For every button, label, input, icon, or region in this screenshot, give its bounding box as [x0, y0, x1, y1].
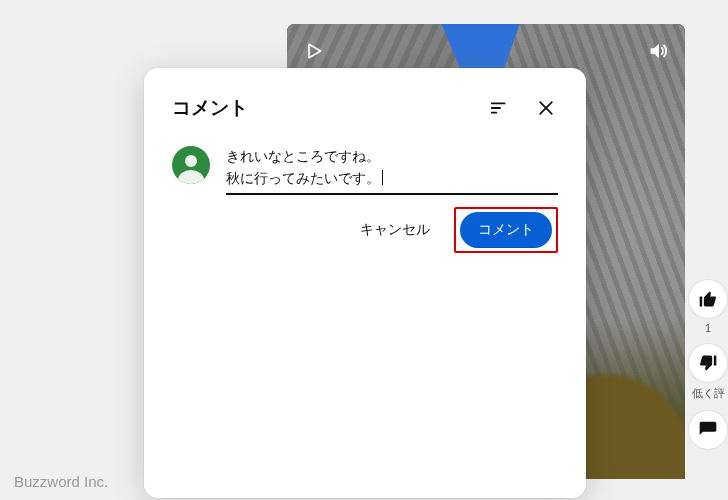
- dislike-label: 低く評: [692, 386, 725, 401]
- close-icon[interactable]: [534, 96, 558, 120]
- comment-text: きれいなところですね。 秋に行ってみたいです。: [226, 148, 380, 186]
- like-button[interactable]: [689, 280, 727, 318]
- text-caret: [382, 170, 383, 185]
- comment-modal: コメント きれいなところですね。 秋に行ってみたいです。 キャンセル コメント: [144, 68, 586, 498]
- watermark: Buzzword Inc.: [14, 473, 108, 490]
- avatar: [172, 146, 210, 184]
- volume-icon[interactable]: [643, 36, 673, 66]
- comments-rail-button[interactable]: [689, 411, 727, 449]
- like-count: 1: [705, 322, 711, 334]
- comment-input[interactable]: きれいなところですね。 秋に行ってみたいです。: [226, 146, 558, 195]
- submit-highlight: コメント: [454, 207, 558, 253]
- play-icon[interactable]: [299, 36, 329, 66]
- dislike-button[interactable]: [689, 344, 727, 382]
- submit-comment-button[interactable]: コメント: [460, 212, 552, 248]
- cancel-button[interactable]: キャンセル: [350, 213, 440, 247]
- sort-icon[interactable]: [488, 96, 512, 120]
- modal-title: コメント: [172, 95, 248, 121]
- action-rail: 1 低く評: [688, 280, 728, 449]
